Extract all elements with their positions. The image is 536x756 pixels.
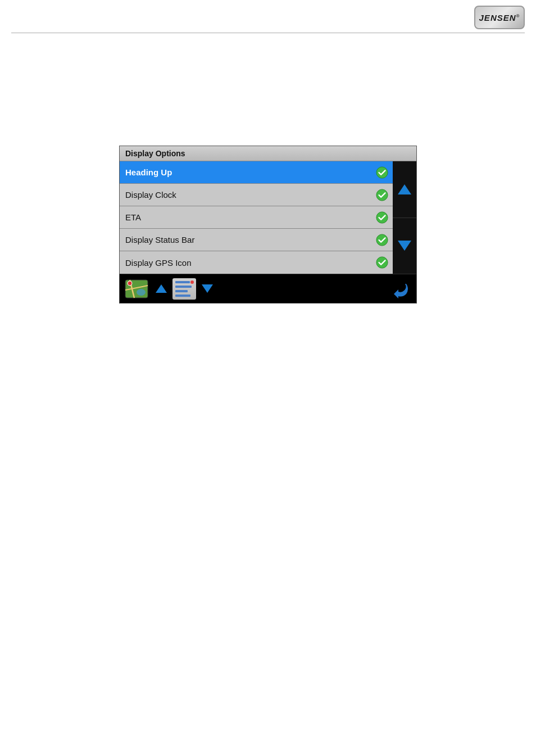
header: JENSEN®	[0, 0, 536, 33]
main-content: Display Options Heading Up Display Clock	[0, 33, 536, 326]
back-button[interactable]	[389, 277, 413, 301]
back-icon	[390, 278, 412, 300]
list-row-heading-up[interactable]: Heading Up	[120, 161, 393, 184]
map-icon	[124, 278, 150, 300]
display-clock-check-icon	[376, 189, 388, 201]
down-arrow-button[interactable]	[201, 283, 214, 294]
logo-reg: ®	[516, 13, 520, 19]
list-row-display-status-bar[interactable]: Display Status Bar	[120, 229, 393, 251]
scroll-up-arrow-icon	[398, 184, 411, 194]
svg-point-3	[376, 234, 388, 245]
logo-text: JENSEN®	[479, 13, 520, 22]
list-area: Heading Up Display Clock ETA	[120, 161, 416, 274]
display-options-dialog: Display Options Heading Up Display Clock	[119, 146, 417, 304]
svg-point-1	[376, 189, 388, 200]
heading-up-label: Heading Up	[125, 168, 172, 177]
display-status-bar-label: Display Status Bar	[125, 235, 194, 245]
list-row-display-clock[interactable]: Display Clock	[120, 184, 393, 206]
list-line-2	[175, 286, 192, 288]
svg-point-0	[376, 166, 388, 178]
scroll-buttons	[393, 161, 416, 274]
eta-check-icon	[376, 211, 388, 224]
display-gps-icon-label: Display GPS Icon	[125, 258, 192, 268]
list-line-3	[175, 290, 188, 292]
dialog-title: Display Options	[120, 146, 416, 161]
list-line-1	[175, 281, 190, 283]
list-items: Heading Up Display Clock ETA	[120, 161, 393, 274]
eta-label: ETA	[125, 212, 141, 222]
display-gps-icon-check-icon	[376, 256, 388, 269]
heading-up-check-icon	[376, 166, 388, 179]
list-menu-button[interactable]	[171, 277, 197, 301]
display-clock-label: Display Clock	[125, 190, 176, 200]
up-arrow-button[interactable]	[155, 283, 168, 294]
down-arrow-icon	[202, 284, 213, 293]
bottom-toolbar	[120, 274, 416, 303]
dialog-title-text: Display Options	[125, 149, 185, 158]
jensen-logo: JENSEN®	[474, 6, 525, 29]
svg-point-8	[137, 289, 146, 296]
up-arrow-icon	[156, 284, 167, 293]
display-status-bar-check-icon	[376, 234, 388, 246]
logo-wordmark: JENSEN	[479, 13, 516, 22]
scroll-up-button[interactable]	[393, 161, 416, 218]
list-dot-icon	[190, 280, 194, 284]
svg-point-4	[376, 257, 388, 268]
list-row-display-gps-icon[interactable]: Display GPS Icon	[120, 251, 393, 274]
scroll-down-arrow-icon	[398, 241, 411, 251]
map-button[interactable]	[123, 277, 151, 301]
scroll-down-button[interactable]	[393, 218, 416, 274]
list-row-eta[interactable]: ETA	[120, 206, 393, 229]
list-line-4	[175, 295, 190, 297]
svg-point-2	[376, 211, 388, 223]
svg-point-9	[128, 281, 132, 286]
list-menu-icon	[172, 278, 196, 300]
